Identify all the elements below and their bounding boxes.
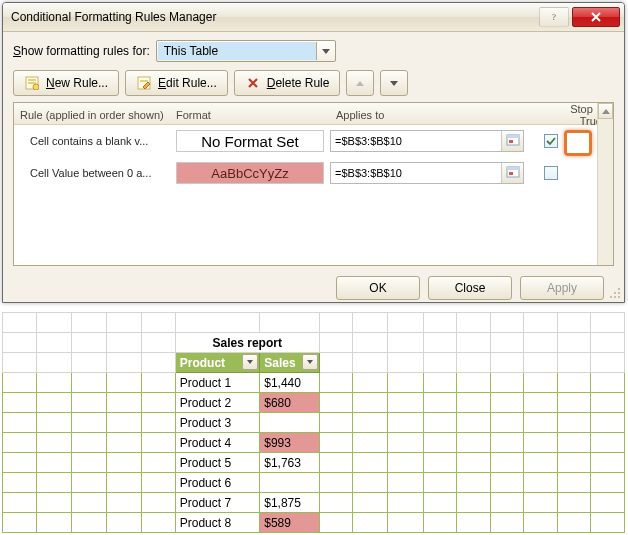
- cell[interactable]: [175, 313, 260, 333]
- cell[interactable]: [557, 353, 591, 373]
- show-rules-for-dropdown[interactable]: This Table: [156, 40, 336, 62]
- cell[interactable]: [524, 433, 558, 453]
- cell[interactable]: [142, 373, 176, 393]
- cell[interactable]: [353, 453, 388, 473]
- applies-to-field[interactable]: [330, 130, 524, 152]
- cell[interactable]: [71, 433, 106, 453]
- cell[interactable]: [591, 493, 625, 513]
- applies-to-input[interactable]: [331, 163, 501, 183]
- applies-to-input[interactable]: [331, 131, 501, 151]
- cell[interactable]: [388, 373, 423, 393]
- cell[interactable]: [71, 513, 106, 533]
- cell[interactable]: [319, 393, 353, 413]
- cell[interactable]: [106, 493, 141, 513]
- cell[interactable]: [557, 333, 591, 353]
- cell[interactable]: [557, 393, 591, 413]
- move-up-button[interactable]: [346, 70, 374, 96]
- cell[interactable]: [106, 453, 141, 473]
- cell[interactable]: [490, 473, 524, 493]
- cell[interactable]: [591, 413, 625, 433]
- cell[interactable]: [490, 333, 524, 353]
- cell[interactable]: [106, 313, 141, 333]
- cell[interactable]: [36, 433, 71, 453]
- cell[interactable]: [490, 513, 524, 533]
- cell[interactable]: [457, 353, 491, 373]
- cell[interactable]: [423, 473, 457, 493]
- cell[interactable]: [591, 333, 625, 353]
- product-cell[interactable]: Product 1: [175, 373, 260, 393]
- cell[interactable]: [3, 493, 37, 513]
- rule-row[interactable]: Cell Value between 0 a...AaBbCcYyZz: [14, 157, 597, 189]
- scroll-up-arrow[interactable]: [598, 103, 613, 119]
- cell[interactable]: [319, 493, 353, 513]
- cell[interactable]: [457, 433, 491, 453]
- cell[interactable]: [557, 413, 591, 433]
- cell[interactable]: [557, 453, 591, 473]
- cell[interactable]: [319, 433, 353, 453]
- cell[interactable]: [353, 313, 388, 333]
- cell[interactable]: [106, 333, 141, 353]
- cell[interactable]: [71, 313, 106, 333]
- cell[interactable]: [423, 353, 457, 373]
- cell[interactable]: [457, 373, 491, 393]
- sales-cell[interactable]: $993: [260, 433, 319, 453]
- sales-cell[interactable]: [260, 473, 319, 493]
- delete-rule-button[interactable]: Delete Rule: [234, 70, 341, 96]
- cell[interactable]: [319, 353, 353, 373]
- filter-button[interactable]: [302, 354, 318, 370]
- cell[interactable]: [142, 513, 176, 533]
- cell[interactable]: [557, 373, 591, 393]
- new-rule-button[interactable]: New Rule...: [13, 70, 119, 96]
- cell[interactable]: [591, 373, 625, 393]
- cell[interactable]: [353, 353, 388, 373]
- cell[interactable]: [36, 513, 71, 533]
- cell[interactable]: [106, 413, 141, 433]
- cell[interactable]: [353, 513, 388, 533]
- cell[interactable]: [142, 493, 176, 513]
- sales-cell[interactable]: [260, 413, 319, 433]
- move-down-button[interactable]: [380, 70, 408, 96]
- cell[interactable]: [106, 473, 141, 493]
- cell[interactable]: [557, 513, 591, 533]
- cell[interactable]: [319, 413, 353, 433]
- edit-rule-button[interactable]: Edit Rule...: [125, 70, 228, 96]
- cell[interactable]: [353, 433, 388, 453]
- cell[interactable]: [457, 333, 491, 353]
- cell[interactable]: [3, 333, 37, 353]
- cell[interactable]: [524, 353, 558, 373]
- cell[interactable]: [591, 433, 625, 453]
- cell[interactable]: [36, 373, 71, 393]
- cell[interactable]: [3, 313, 37, 333]
- applies-to-field[interactable]: [330, 162, 524, 184]
- cell[interactable]: [524, 373, 558, 393]
- cell[interactable]: [557, 493, 591, 513]
- cell[interactable]: [106, 433, 141, 453]
- cell[interactable]: [490, 433, 524, 453]
- cell[interactable]: [423, 393, 457, 413]
- cell[interactable]: [36, 473, 71, 493]
- cell[interactable]: [3, 413, 37, 433]
- cell[interactable]: [353, 413, 388, 433]
- cell[interactable]: [142, 433, 176, 453]
- cell[interactable]: [388, 473, 423, 493]
- cell[interactable]: [423, 453, 457, 473]
- cell[interactable]: [106, 373, 141, 393]
- cell[interactable]: [36, 413, 71, 433]
- sales-cell[interactable]: $1,875: [260, 493, 319, 513]
- cell[interactable]: [423, 333, 457, 353]
- cell[interactable]: [3, 433, 37, 453]
- cell[interactable]: [36, 313, 71, 333]
- cell[interactable]: [423, 413, 457, 433]
- cell[interactable]: [457, 393, 491, 413]
- ok-button[interactable]: OK: [336, 276, 420, 300]
- stop-if-true-checkbox[interactable]: [544, 134, 558, 148]
- cell[interactable]: [423, 373, 457, 393]
- sales-cell[interactable]: $1,440: [260, 373, 319, 393]
- cell[interactable]: [319, 473, 353, 493]
- cell[interactable]: [353, 473, 388, 493]
- cell[interactable]: [557, 473, 591, 493]
- product-cell[interactable]: Product 6: [175, 473, 260, 493]
- cell[interactable]: [490, 493, 524, 513]
- cell[interactable]: [490, 373, 524, 393]
- cell[interactable]: [71, 413, 106, 433]
